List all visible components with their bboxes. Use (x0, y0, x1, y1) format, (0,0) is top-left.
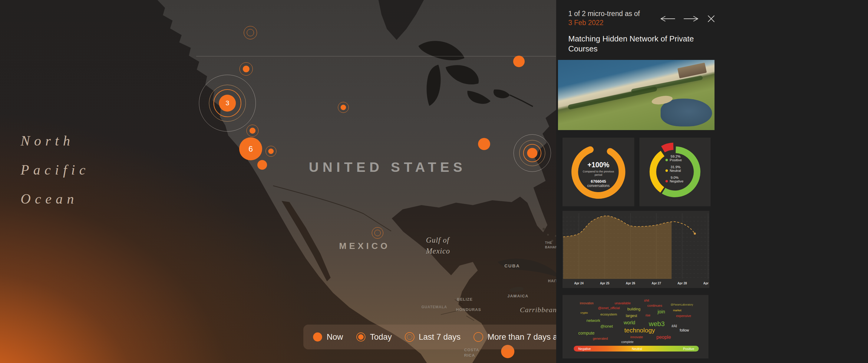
x-tick-label: Apr 27 (652, 282, 661, 285)
x-tick-label: Apr 26 (626, 282, 636, 285)
legend-item-older[interactable]: More than 7 days ago (473, 332, 566, 342)
wordcloud-word[interactable]: #AI (672, 324, 677, 328)
wordcloud-word[interactable]: largest (626, 314, 637, 318)
sentiment-slice-neutral (653, 154, 662, 190)
wordcloud-word[interactable]: complete (621, 340, 634, 344)
x-tick-label: Apr 25 (600, 282, 610, 285)
scale-negative-label: Negative (578, 347, 591, 351)
wordcloud-word[interactable]: @ParamLaboratory (671, 303, 693, 306)
micro-trend-panel: 1 of 2 micro-trend as of 3 Feb 2022 Matc… (556, 0, 868, 363)
growth-sublabel: Compared to the previous period (582, 170, 615, 177)
wordcloud-word[interactable]: market (673, 309, 682, 312)
next-arrow-icon[interactable] (683, 15, 700, 23)
wordcloud-word[interactable]: network (586, 318, 600, 323)
x-tick-label: Apr 29 (703, 282, 709, 285)
legend-label: More than 7 days ago (488, 332, 566, 342)
marker-count: 3 (225, 99, 229, 107)
sentiment-legend-row: 59.2%Positive (665, 155, 683, 162)
legend-label: Now (327, 332, 343, 342)
volume-trend-chart: Apr 24Apr 25Apr 26Apr 27Apr 28Apr 29 (562, 211, 709, 288)
wordcloud-word[interactable]: building (627, 307, 640, 311)
x-tick-label: Apr 28 (678, 282, 687, 285)
sentiment-legend: 59.2%Positive31.9%Neutral9.0%Negative (665, 155, 683, 186)
app-root: North Pacific OceanUNITED STATESMEXICOGu… (0, 0, 868, 363)
legend-last7-icon (404, 332, 415, 342)
panel-nav (659, 14, 716, 24)
conversation-count: 6766045 (562, 179, 634, 184)
wordcloud-word[interactable]: continues (647, 304, 662, 307)
wordcloud-word[interactable]: @ionet (600, 324, 613, 329)
wordcloud-word[interactable]: follow (680, 328, 689, 332)
trend-title: Matching Hidden Network of Private Cours… (568, 34, 711, 54)
x-tick-label: Apr 24 (574, 282, 584, 285)
sentiment-legend-row: 31.9%Neutral (665, 165, 683, 172)
wordcloud-word[interactable]: innovate (630, 335, 643, 339)
trend-photo (558, 60, 714, 130)
map-legend: NowTodayLast 7 daysMore than 7 days ago (303, 325, 577, 350)
wordcloud-word[interactable]: unavailable (615, 301, 631, 305)
wordcloud-word[interactable]: crypto (580, 311, 588, 314)
prev-arrow-icon[interactable] (659, 15, 676, 23)
wordcloud-word[interactable]: rise (646, 314, 650, 317)
growth-donut-card: +100% Compared to the previous period 67… (562, 138, 634, 206)
legend-dot (665, 180, 668, 183)
legend-dot (665, 169, 668, 172)
sentiment-slice-negative (663, 146, 673, 150)
conversation-count-label: conversations (562, 184, 634, 188)
wordcloud-word[interactable]: @ionet_official (598, 306, 620, 310)
photo-pond (661, 99, 712, 127)
wordcloud-word[interactable]: join (658, 309, 665, 315)
wordcloud-word[interactable]: shit (644, 299, 649, 302)
sentiment-scale: Negative Neutral Positive (574, 346, 699, 352)
legend-older-icon (473, 332, 484, 342)
scale-positive-label: Positive (683, 347, 694, 351)
close-icon[interactable] (706, 14, 716, 24)
volume-trend-card: Apr 24Apr 25Apr 26Apr 27Apr 28Apr 29 (562, 211, 709, 288)
wordcloud-word[interactable]: innovation (580, 302, 594, 305)
legend-dot (665, 159, 668, 161)
wordcloud-word[interactable]: world (624, 320, 635, 326)
marker-count: 6 (249, 144, 253, 154)
legend-today-icon (356, 332, 366, 342)
wordcloud-card: innovationunavailableshitcontinues@Param… (562, 295, 708, 359)
wordcloud-word[interactable]: technology (624, 327, 655, 334)
wordcloud-word[interactable]: people (656, 335, 671, 340)
legend-now-icon (312, 332, 323, 342)
wordcloud-word[interactable]: compute (578, 331, 595, 335)
sentiment-donut-card: 59.2%Positive31.9%Neutral9.0%Negative (640, 138, 711, 206)
wordcloud-word[interactable]: expensive (676, 314, 691, 318)
legend-item-last7[interactable]: Last 7 days (404, 332, 461, 342)
legend-label: Last 7 days (419, 332, 461, 342)
legend-label: Today (370, 332, 392, 342)
scale-neutral-label: Neutral (632, 347, 642, 351)
growth-donut-center: +100% Compared to the previous period 67… (562, 161, 634, 188)
sentiment-legend-row: 9.0%Negative (665, 176, 683, 183)
legend-item-now[interactable]: Now (312, 332, 343, 342)
growth-value: +100% (562, 161, 634, 169)
wordcloud-word[interactable]: generated (593, 337, 608, 340)
wordcloud-word[interactable]: ecosystem (600, 312, 617, 316)
legend-item-today[interactable]: Today (356, 332, 392, 342)
